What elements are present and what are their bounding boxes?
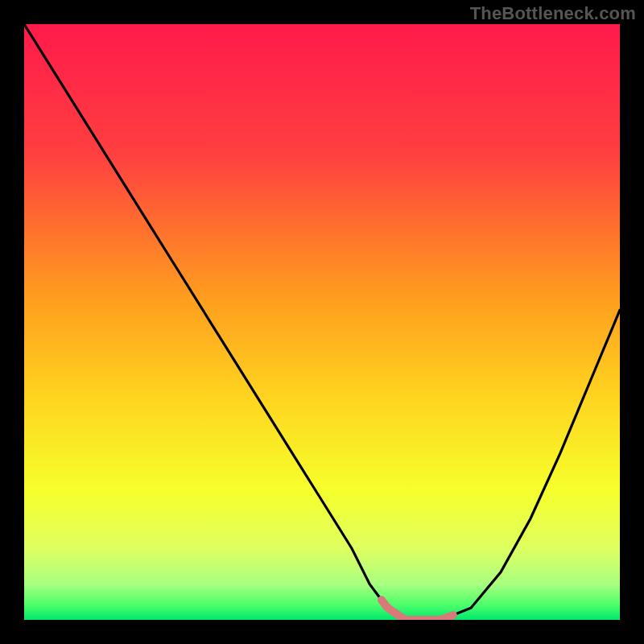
gradient-background — [24, 24, 620, 620]
watermark-text: TheBottleneck.com — [470, 3, 636, 24]
chart-frame: TheBottleneck.com — [0, 0, 644, 644]
plot-area — [24, 24, 620, 620]
chart-svg — [24, 24, 620, 620]
